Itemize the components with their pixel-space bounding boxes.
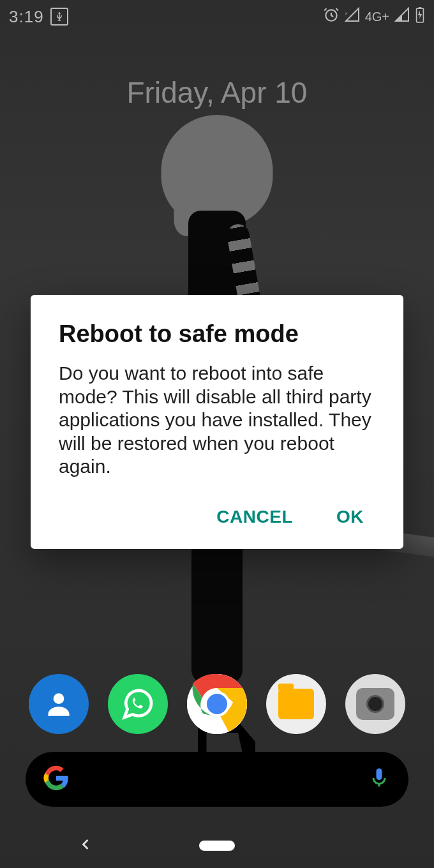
contacts-app-icon[interactable] [29, 674, 89, 734]
dialog-actions: CANCEL OK [59, 502, 375, 532]
ok-button[interactable]: OK [334, 502, 366, 532]
signal-no-data-icon [345, 7, 360, 27]
svg-point-0 [54, 693, 64, 704]
status-time: 3:19 [9, 7, 44, 27]
dialog-message: Do you want to reboot into safe mode? Th… [59, 362, 375, 479]
svg-point-3 [207, 694, 227, 714]
safe-mode-dialog: Reboot to safe mode Do you want to reboo… [31, 295, 403, 549]
alarm-icon [323, 6, 340, 27]
whatsapp-app-icon[interactable] [108, 674, 168, 734]
battery-charging-icon [415, 6, 425, 27]
svg-rect-6 [419, 7, 421, 8]
camera-app-icon[interactable] [345, 674, 405, 734]
google-search-bar[interactable] [26, 752, 408, 807]
phone-screen: Friday, Apr 10 3 [0, 0, 434, 868]
chrome-app-icon[interactable] [187, 674, 247, 734]
google-logo-icon [43, 765, 69, 793]
files-app-icon[interactable] [266, 674, 326, 734]
status-bar: 3:19 4G+ [0, 0, 434, 33]
back-button[interactable] [77, 835, 94, 856]
signal-icon [394, 7, 410, 27]
home-gesture-pill[interactable] [199, 841, 235, 851]
network-type-label: 4G+ [365, 10, 389, 24]
usb-icon [50, 8, 68, 26]
navigation-bar [0, 823, 434, 868]
dialog-title: Reboot to safe mode [59, 320, 375, 348]
cancel-button[interactable]: CANCEL [214, 502, 296, 532]
mic-icon[interactable] [368, 767, 391, 792]
date-widget[interactable]: Friday, Apr 10 [0, 75, 434, 110]
app-dock [0, 674, 434, 734]
